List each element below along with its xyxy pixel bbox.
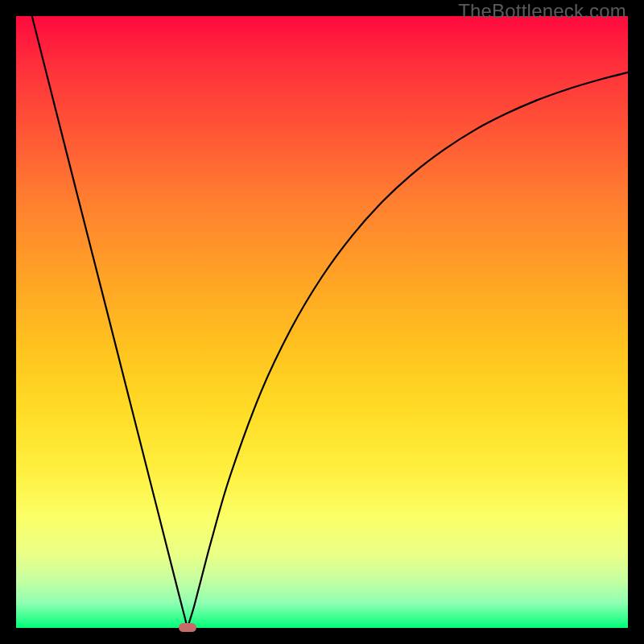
curve-path xyxy=(32,16,628,628)
watermark-text: TheBottleneck.com xyxy=(458,0,626,23)
chart-frame: TheBottleneck.com xyxy=(0,0,644,644)
bottleneck-curve xyxy=(16,16,628,628)
optimum-marker xyxy=(179,623,196,632)
